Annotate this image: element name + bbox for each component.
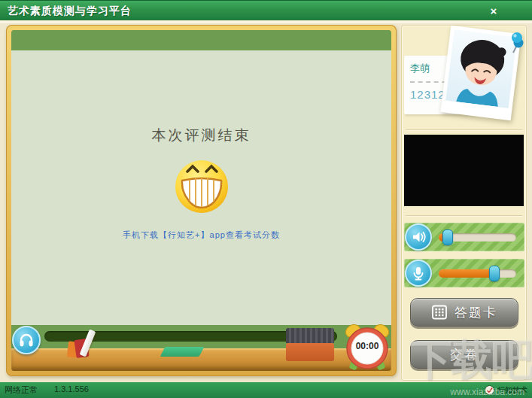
sidebar-divider: [406, 129, 522, 130]
microphone-slider: [404, 259, 524, 287]
microphone-thumb[interactable]: [489, 266, 500, 281]
blackboard-panel: 本次评测结束: [6, 25, 397, 376]
grinning-smiley-icon: [171, 156, 233, 217]
vendor-logo: 行知技术: [485, 382, 527, 398]
volume-fill: [439, 233, 448, 242]
microphone-fill: [439, 269, 494, 278]
pushpin-icon: [507, 32, 527, 57]
microphone-icon[interactable]: [405, 260, 432, 287]
green-eraser: [160, 347, 205, 357]
status-bar: 网络正常 1.3.1.556 行知技术: [0, 382, 532, 398]
app-download-hint: 手机下载【行知艺+】app查看考试分数: [123, 229, 280, 241]
titlebar-highlight: [0, 21, 532, 23]
alarm-clock: 00:00: [342, 323, 392, 372]
blackboard-eraser: [286, 328, 334, 361]
submit-paper-label: 交卷: [450, 346, 479, 363]
volume-thumb[interactable]: [442, 229, 453, 245]
vendor-name: 行知技术: [497, 385, 527, 396]
blackboard-inner: 本次评测结束: [11, 30, 391, 371]
speaker-icon[interactable]: [405, 223, 432, 251]
grid-card-icon: [431, 305, 448, 320]
volume-track[interactable]: [439, 233, 516, 242]
sidebar-divider: [406, 215, 522, 216]
timer-display: 00:00: [342, 341, 392, 351]
version-number: 1.3.1.556: [54, 384, 89, 396]
avatar: [445, 29, 517, 108]
microphone-track[interactable]: [439, 269, 516, 278]
window-title: 艺术素质模测与学习平台: [8, 1, 132, 21]
evaluation-finished-title: 本次评测结束: [152, 126, 251, 145]
answer-card-label: 答题卡: [454, 304, 497, 321]
network-status: 网络正常: [5, 384, 38, 396]
close-icon[interactable]: ×: [485, 4, 502, 18]
sidebar-panel: 李萌 1231234: [401, 25, 527, 381]
volume-slider: [404, 223, 524, 251]
camera-video-area: [404, 135, 524, 206]
board-content: 本次评测结束: [11, 50, 391, 325]
board-top-band: [11, 30, 391, 50]
answer-card-button[interactable]: 答题卡: [410, 298, 518, 327]
headphone-icon[interactable]: [12, 326, 41, 354]
title-bar: 艺术素质模测与学习平台 ×: [0, 0, 532, 20]
vendor-stamp-icon: [485, 385, 494, 395]
submit-paper-button[interactable]: 交卷: [410, 340, 518, 369]
app-window: 艺术素质模测与学习平台 × 本次评测结束: [0, 0, 532, 398]
